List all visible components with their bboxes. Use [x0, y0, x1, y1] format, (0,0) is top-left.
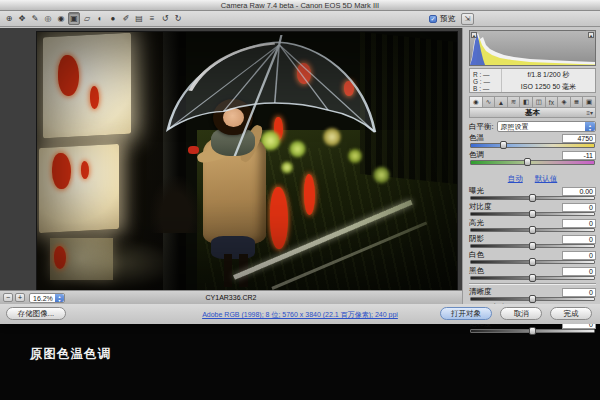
- shadows-slider[interactable]: [470, 244, 595, 248]
- highlights-slider[interactable]: [470, 228, 595, 232]
- tab-snapshots[interactable]: ▣: [582, 96, 596, 108]
- temperature-slider[interactable]: [470, 143, 595, 148]
- highlights-value-field[interactable]: 0: [562, 219, 596, 228]
- targeted-adjustment-tool[interactable]: ◉: [55, 12, 67, 25]
- rgb-g: G : —: [473, 78, 501, 85]
- rgb-r: R : —: [473, 71, 501, 78]
- crop-tool[interactable]: ▣: [68, 12, 80, 25]
- shadow-clipping-indicator[interactable]: ▲: [471, 32, 477, 38]
- clarity-slider-row: 清晰度0: [469, 287, 596, 301]
- preview-checkbox[interactable]: ✓: [429, 15, 437, 23]
- saturation-slider[interactable]: [470, 329, 595, 333]
- preview-group: ✓ 预览 ⇲: [429, 11, 474, 27]
- section-header: 基本 ≡▾: [469, 108, 596, 118]
- straighten-tool[interactable]: ▱: [81, 12, 93, 25]
- tab-lens-corrections[interactable]: ◫: [532, 96, 545, 108]
- contrast-label: 对比度: [469, 202, 492, 212]
- clarity-slider[interactable]: [470, 297, 595, 301]
- temperature-value-field[interactable]: 4750: [562, 134, 596, 143]
- shadows-value-field[interactable]: 0: [562, 235, 596, 244]
- fullscreen-toggle-icon[interactable]: ⇲: [461, 13, 474, 25]
- footer-bar: 存储图像... Adobe RGB (1998); 8 位; 5760 x 38…: [0, 304, 600, 324]
- filename: CY1AR336.CR2: [0, 294, 462, 301]
- contrast-slider[interactable]: [470, 212, 595, 216]
- stepper-arrows-icon[interactable]: ▲▼: [585, 122, 595, 131]
- spot-removal-tool[interactable]: ◐: [94, 12, 106, 25]
- highlights-slider-thumb[interactable]: [529, 226, 536, 234]
- clarity-value-field[interactable]: 0: [562, 288, 596, 297]
- tab-presets[interactable]: ≣: [570, 96, 583, 108]
- exif-values: f/1.8 1/200 秒 ISO 1250 50 毫米: [502, 69, 595, 92]
- tint-slider-row: 色调-11: [469, 150, 596, 165]
- shadows-slider-row: 阴影0: [469, 234, 596, 248]
- blacks-slider[interactable]: [470, 276, 595, 280]
- preferences-button[interactable]: ≡: [146, 12, 158, 25]
- graduated-filter-tool[interactable]: ▤: [133, 12, 145, 25]
- contrast-slider-row: 对比度0: [469, 202, 596, 216]
- open-object-button[interactable]: 打开对象: [440, 307, 492, 320]
- tab-hsl-grayscale[interactable]: ≋: [507, 96, 520, 108]
- exif-aperture-shutter: f/1.8 1/200 秒: [502, 69, 595, 81]
- whites-label: 白色: [469, 250, 484, 260]
- exposure-slider[interactable]: [470, 196, 595, 200]
- whites-slider[interactable]: [470, 260, 595, 264]
- clarity-slider-thumb[interactable]: [529, 295, 536, 303]
- tint-value-field[interactable]: -11: [562, 151, 596, 160]
- white-balance-value: 原照设置: [501, 123, 529, 130]
- temperature-slider-row: 色温4750: [469, 133, 596, 148]
- tab-detail[interactable]: ▲: [494, 96, 507, 108]
- tool-buttons: ⊕✥✎◎◉▣▱◐●✐▤≡↺↻: [3, 12, 185, 25]
- page: Camera Raw 7.4 beta - Canon EOS 5D Mark …: [0, 0, 600, 400]
- red-eye-tool[interactable]: ●: [107, 12, 119, 25]
- panel-tabs: ◉∿▲≋◧◫fx◈≣▣: [469, 96, 596, 108]
- tint-slider-thumb[interactable]: [524, 158, 531, 166]
- section-title: 基本: [525, 108, 540, 118]
- window-title: Camera Raw 7.4 beta - Canon EOS 5D Mark …: [221, 1, 379, 10]
- hand-tool[interactable]: ✥: [16, 12, 28, 25]
- contrast-value-field[interactable]: 0: [562, 203, 596, 212]
- rotate-left-button[interactable]: ↺: [159, 12, 171, 25]
- blacks-label: 黑色: [469, 266, 484, 276]
- default-link[interactable]: 默认值: [535, 174, 558, 183]
- white-balance-tool[interactable]: ✎: [29, 12, 41, 25]
- tab-tone-curve[interactable]: ∿: [482, 96, 495, 108]
- adjustment-brush-tool[interactable]: ✐: [120, 12, 132, 25]
- white-balance-row: 白平衡: 原照设置 ▲▼: [469, 121, 596, 132]
- tint-slider[interactable]: [470, 160, 595, 165]
- cancel-button[interactable]: 取消: [500, 307, 542, 320]
- whites-slider-thumb[interactable]: [529, 258, 536, 266]
- image-area: − + 16.2% ▲▼ CY1AR336.CR2: [0, 28, 463, 304]
- camera-raw-dialog: Camera Raw 7.4 beta - Canon EOS 5D Mark …: [0, 0, 600, 324]
- exposure-value-field[interactable]: 0.00: [562, 187, 596, 196]
- contrast-slider-thumb[interactable]: [529, 210, 536, 218]
- highlight-clipping-indicator[interactable]: ▲: [588, 32, 594, 38]
- tab-split-toning[interactable]: ◧: [519, 96, 532, 108]
- panel-menu-icon[interactable]: ≡▾: [586, 109, 593, 116]
- zoom-tool[interactable]: ⊕: [3, 12, 15, 25]
- exif-iso-focal: ISO 1250 50 毫米: [502, 81, 595, 93]
- temperature-slider-thumb[interactable]: [500, 141, 507, 149]
- shadows-slider-thumb[interactable]: [529, 242, 536, 250]
- divider: [469, 283, 596, 285]
- highlights-slider-row: 高光0: [469, 218, 596, 232]
- photo: [37, 32, 457, 290]
- blacks-slider-thumb[interactable]: [529, 274, 536, 282]
- color-sampler-tool[interactable]: ◎: [42, 12, 54, 25]
- tab-camera-calibration[interactable]: ◈: [557, 96, 570, 108]
- done-button[interactable]: 完成: [550, 307, 592, 320]
- temperature-label: 色温: [469, 133, 484, 143]
- wb-sliders: 色温4750色调-11: [469, 133, 596, 165]
- whites-value-field[interactable]: 0: [562, 251, 596, 260]
- tab-effects[interactable]: fx: [545, 96, 558, 108]
- saturation-slider-thumb[interactable]: [529, 327, 536, 335]
- tab-basic[interactable]: ◉: [469, 96, 482, 108]
- exposure-slider-thumb[interactable]: [529, 194, 536, 202]
- shadows-label: 阴影: [469, 234, 484, 244]
- rgb-readout: R : — G : — B : —: [470, 69, 502, 92]
- blacks-value-field[interactable]: 0: [562, 267, 596, 276]
- exposure-slider-row: 曝光0.00: [469, 186, 596, 200]
- auto-link[interactable]: 自动: [508, 174, 523, 183]
- white-balance-select[interactable]: 原照设置 ▲▼: [497, 121, 596, 132]
- rotate-right-button[interactable]: ↻: [172, 12, 184, 25]
- whites-slider-row: 白色0: [469, 250, 596, 264]
